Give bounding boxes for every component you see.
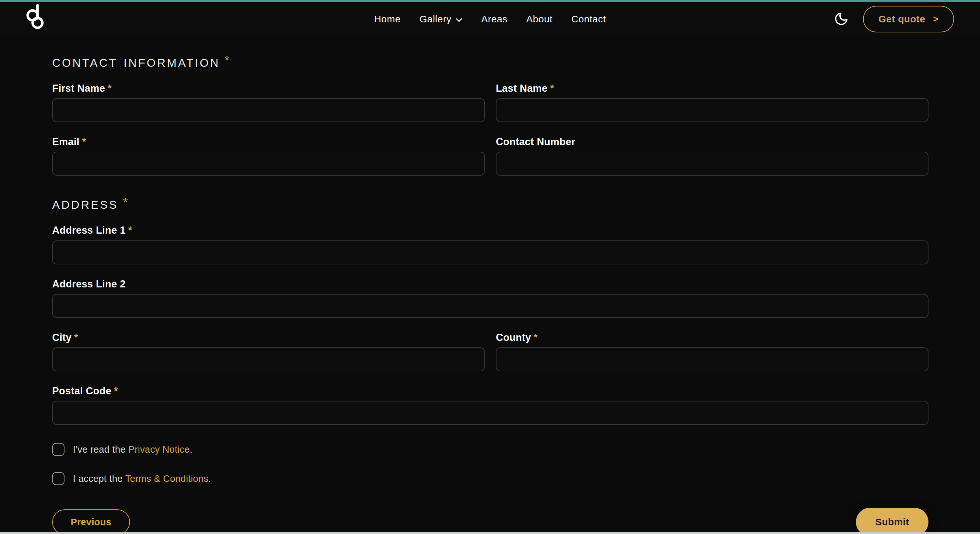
terms-checkbox[interactable] (52, 472, 65, 485)
get-quote-button[interactable]: Get quote > (863, 6, 954, 32)
required-asterisk: * (550, 83, 554, 94)
address-line-1-label: Address Line 1* (52, 224, 929, 236)
privacy-checkbox[interactable] (52, 443, 65, 456)
address-heading: Address* (52, 195, 929, 211)
first-name-field: First Name* (52, 82, 485, 122)
nav-contact-label: Contact (571, 14, 606, 25)
site-header: Home Gallery Areas About Contact (0, 2, 980, 36)
terms-conditions-link[interactable]: Terms & Conditions (125, 474, 208, 484)
nav-item-contact[interactable]: Contact (571, 14, 606, 25)
privacy-notice-link[interactable]: Privacy Notice (128, 444, 190, 455)
city-field: City* (52, 332, 485, 371)
address-line-1-field: Address Line 1* (52, 224, 929, 264)
first-name-label: First Name* (52, 82, 485, 94)
city-county-row: City* County* (52, 332, 929, 385)
required-asterisk: * (74, 332, 78, 343)
submit-button[interactable]: Submit (856, 508, 929, 534)
email-label: Email* (52, 136, 485, 148)
address-line-2-label: Address Line 2 (52, 278, 929, 290)
nav-item-areas[interactable]: Areas (481, 14, 508, 25)
contact-form-container: Contact Information* First Name* Last Na… (26, 36, 954, 534)
contact-number-input[interactable] (496, 152, 929, 176)
name-row: First Name* Last Name* (52, 82, 929, 136)
last-name-label: Last Name* (496, 82, 929, 94)
email-phone-row: Email* Contact Number (52, 136, 929, 189)
address-line-1-input[interactable] (52, 240, 929, 264)
header-right-group: Get quote > (834, 6, 954, 32)
previous-button[interactable]: Previous (52, 509, 130, 534)
last-name-input[interactable] (496, 98, 929, 122)
email-field: Email* (52, 136, 485, 176)
county-field: County* (496, 332, 929, 371)
form-actions: Previous Submit (52, 508, 929, 534)
contact-information-title: Contact Information (52, 52, 220, 70)
required-asterisk: * (128, 224, 132, 236)
required-asterisk: * (534, 332, 538, 343)
required-asterisk: * (108, 83, 111, 94)
county-label: County* (496, 332, 929, 343)
main-nav: Home Gallery Areas About Contact (374, 14, 606, 25)
address-title: Address (52, 194, 118, 212)
nav-home-label: Home (374, 14, 401, 25)
required-asterisk: * (224, 54, 229, 67)
city-input[interactable] (52, 347, 485, 371)
nav-item-gallery[interactable]: Gallery (419, 14, 463, 25)
contact-information-heading: Contact Information* (52, 53, 929, 69)
db-monogram-logo-icon (26, 4, 45, 34)
moon-icon (834, 11, 849, 27)
page-bottom-edge (0, 532, 980, 534)
last-name-field: Last Name* (496, 82, 929, 122)
consents-group: I've read the Privacy Notice. I accept t… (52, 443, 929, 485)
site-logo[interactable] (26, 2, 45, 36)
address-line-2-input[interactable] (52, 294, 929, 318)
postal-code-label: Postal Code* (52, 385, 929, 397)
privacy-consent-row: I've read the Privacy Notice. (52, 443, 929, 456)
nav-areas-label: Areas (481, 14, 508, 25)
required-asterisk: * (114, 385, 118, 397)
postal-code-input[interactable] (52, 401, 929, 425)
required-asterisk: * (123, 195, 128, 209)
county-input[interactable] (496, 347, 929, 371)
contact-number-field: Contact Number (496, 136, 929, 176)
nav-about-label: About (526, 14, 552, 25)
privacy-consent-text: I've read the Privacy Notice. (73, 444, 192, 455)
terms-consent-row: I accept the Terms & Conditions. (52, 472, 929, 485)
arrow-right-icon: > (933, 14, 939, 24)
theme-toggle-button[interactable] (834, 11, 849, 27)
nav-gallery-label: Gallery (419, 14, 452, 25)
contact-number-label: Contact Number (496, 136, 929, 148)
nav-item-home[interactable]: Home (374, 14, 401, 25)
chevron-down-icon (455, 14, 463, 25)
nav-item-about[interactable]: About (526, 14, 552, 25)
terms-consent-text: I accept the Terms & Conditions. (73, 474, 211, 484)
required-asterisk: * (82, 136, 86, 148)
city-label: City* (52, 332, 485, 343)
address-line-2-field: Address Line 2 (52, 278, 929, 318)
first-name-input[interactable] (52, 98, 485, 122)
get-quote-label: Get quote (878, 14, 926, 25)
postal-code-field: Postal Code* (52, 385, 929, 425)
email-input[interactable] (52, 152, 485, 176)
